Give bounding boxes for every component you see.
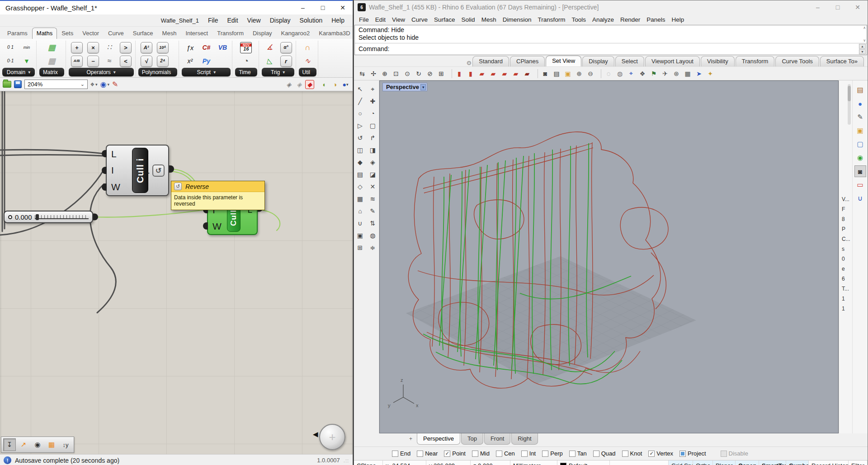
input-port-L[interactable]: L: [111, 149, 120, 159]
panel-scrollbar[interactable]: [848, 84, 851, 125]
truck-display-icon[interactable]: ▰: [522, 68, 533, 79]
expression-icon[interactable]: ƒx: [184, 42, 196, 53]
status-units[interactable]: Millimeters: [510, 460, 557, 465]
circle-tool-icon[interactable]: ○: [354, 108, 366, 119]
render-panel-icon[interactable]: ▭: [854, 179, 866, 191]
separator[interactable]: [448, 69, 452, 78]
menu-item[interactable]: Edit: [222, 15, 242, 25]
status-cplane[interactable]: CPlane: [354, 460, 383, 465]
preview-wireframe-icon[interactable]: ◈: [295, 80, 304, 89]
save-file-icon[interactable]: [14, 80, 22, 88]
history-scrollbar[interactable]: ∧ ∨: [863, 26, 866, 42]
canvas-navigation-ball[interactable]: +◀: [319, 424, 345, 450]
flag-icon[interactable]: ⚑: [648, 68, 659, 79]
right-triangle-icon[interactable]: ◺: [264, 56, 276, 67]
toolbar-tab[interactable]: Visibility: [701, 56, 735, 66]
minimize-button[interactable]: –: [808, 0, 828, 14]
checkbox-icon[interactable]: [496, 451, 502, 457]
perspective-viewport[interactable]: Perspective ▾: [379, 80, 839, 433]
arc-tool-icon[interactable]: ◔: [367, 108, 378, 119]
checkbox-icon[interactable]: [444, 451, 450, 457]
toolbar-tab[interactable]: Standard: [472, 56, 509, 66]
status-osnap-toggle[interactable]: Osnap: [736, 460, 759, 465]
input-port-W[interactable]: W: [212, 221, 222, 231]
resize-grip[interactable]: .::: [344, 458, 349, 463]
group-icon[interactable]: ❖: [637, 68, 648, 79]
toolbar-tab[interactable]: Surface To»: [820, 56, 864, 66]
toolbar-tab[interactable]: Display: [582, 56, 614, 66]
category-tab[interactable]: Maths: [32, 28, 57, 39]
car-display3-icon[interactable]: ▰: [499, 68, 510, 79]
red-marker2-icon[interactable]: ▮: [465, 68, 476, 79]
block-tool-icon[interactable]: ▣: [354, 230, 366, 241]
select-tool-icon[interactable]: ↖: [354, 83, 366, 95]
spotlight-icon[interactable]: ✦: [705, 68, 716, 79]
category-tab[interactable]: Sets: [57, 28, 78, 39]
evaluate-expression-icon[interactable]: x²: [184, 56, 196, 67]
equality-icon[interactable]: ≈: [104, 56, 115, 67]
scroll-up-button[interactable]: ▲: [859, 44, 866, 49]
ribbon-group-label[interactable]: Script▾: [182, 68, 231, 76]
osnap-checkbox[interactable]: Quad: [593, 450, 616, 457]
ribbon-group-label[interactable]: Operators▾: [69, 68, 134, 76]
ribbon-group-label[interactable]: Util: [299, 68, 316, 76]
flip-tool-icon[interactable]: ⇅: [367, 217, 378, 229]
surface-tool-icon[interactable]: ◫: [354, 144, 366, 156]
menu-item[interactable]: Help: [327, 15, 349, 25]
car-display-icon[interactable]: ▰: [476, 68, 487, 79]
line-tool-icon[interactable]: ╱: [354, 95, 366, 107]
close-button[interactable]: ✕: [333, 1, 353, 14]
menu-item[interactable]: Render: [617, 15, 643, 24]
deconstruct-matrix-icon[interactable]: ▦: [46, 56, 57, 67]
menu-item[interactable]: Transform: [534, 15, 568, 24]
zoom-dynamic-icon[interactable]: ⊕: [379, 68, 390, 79]
status-gumball-toggle[interactable]: Gumball: [786, 460, 809, 465]
menu-item[interactable]: Help: [669, 15, 688, 24]
polygon-tool-icon[interactable]: ▷: [354, 120, 366, 132]
toolbar-tab[interactable]: CPlanes: [510, 56, 545, 66]
degrees-icon[interactable]: ∡: [264, 42, 276, 53]
menu-item[interactable]: Solution: [295, 15, 327, 25]
python-script-icon[interactable]: Py: [200, 56, 212, 67]
status-smarttrack-toggle[interactable]: SmartTrack: [759, 460, 786, 465]
port-nub[interactable]: [102, 150, 107, 157]
command-area[interactable]: Command: Hide Select objects to hide ∧ ∨…: [354, 25, 867, 55]
display-panel-icon[interactable]: ▢: [854, 138, 866, 150]
split-tool-icon[interactable]: ⊞: [354, 242, 366, 254]
radians-icon[interactable]: r: [280, 56, 292, 67]
cull-index-component[interactable]: L I W Cull i L ↺: [106, 145, 169, 196]
preview-shaded-icon[interactable]: ◆: [305, 80, 314, 89]
ribbon-group-label[interactable]: Polynomials: [138, 68, 178, 76]
polyline-tool-icon[interactable]: ✚: [367, 95, 378, 107]
preview-off-icon[interactable]: ◈: [284, 80, 293, 89]
gear-icon[interactable]: ⚙: [467, 60, 472, 66]
rotate-view-icon[interactable]: ↻: [413, 68, 424, 79]
status-ortho-toggle[interactable]: Ortho: [693, 460, 713, 465]
car-display2-icon[interactable]: ▰: [488, 68, 499, 79]
scroll-down-button[interactable]: ▼: [859, 49, 866, 54]
menu-item[interactable]: Dimension: [500, 15, 535, 24]
status-filter-toggle[interactable]: Filter: [849, 460, 868, 465]
solid-tool-icon[interactable]: ◆: [354, 156, 366, 168]
construct-date-icon[interactable]: NOV16: [240, 42, 252, 53]
separator[interactable]: [534, 69, 538, 78]
subtraction-icon[interactable]: −: [87, 56, 99, 67]
properties-panel-collapsed[interactable]: V...F8PC...s0e6T...11: [839, 80, 853, 433]
curve-tool-icon[interactable]: ↺: [354, 132, 366, 144]
compass-icon[interactable]: ⊛: [671, 68, 682, 79]
grasshopper-canvas[interactable]: L I W Cull i L ↺ ↺ Reverse Data inside t…: [0, 91, 353, 454]
port-nub[interactable]: [102, 167, 107, 174]
point-tool-icon[interactable]: ⌖: [367, 83, 378, 95]
car-display4-icon[interactable]: ▰: [510, 68, 521, 79]
camera-panel-icon[interactable]: ◙: [854, 165, 866, 177]
circle-tool-icon[interactable]: ◌: [603, 68, 614, 79]
status-record-history-toggle[interactable]: Record History: [809, 460, 849, 465]
canvas-colors-icon[interactable]: ●▾: [341, 80, 350, 89]
checkbox-icon[interactable]: [593, 451, 599, 457]
four-view-icon[interactable]: ⊞: [436, 68, 447, 79]
viewport-tab[interactable]: Front: [484, 433, 510, 445]
port-nub[interactable]: [102, 183, 107, 191]
zoom-extents-icon[interactable]: ⊘: [425, 68, 435, 79]
separator[interactable]: [598, 69, 601, 78]
osnap-checkbox[interactable]: Mid: [472, 450, 490, 457]
